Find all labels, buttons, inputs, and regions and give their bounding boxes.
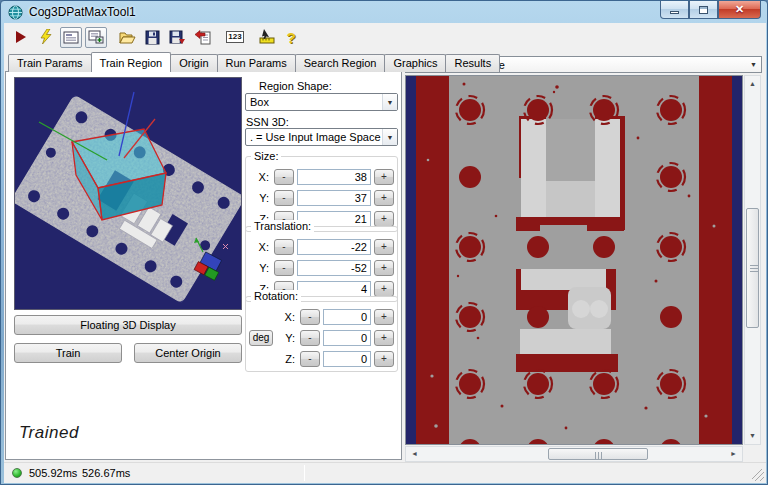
rotation-x-row: X: - 0 + bbox=[249, 306, 394, 327]
region-shape-label: Region Shape: bbox=[259, 80, 332, 92]
region-shape-select[interactable]: Box ▼ bbox=[245, 93, 398, 111]
train-button[interactable]: Train bbox=[14, 343, 122, 363]
scroll-up-icon[interactable]: ▲ bbox=[745, 77, 760, 91]
close-button[interactable]: ✕ bbox=[718, 1, 761, 19]
close-icon: ✕ bbox=[735, 3, 744, 16]
tab-run-params[interactable]: Run Params bbox=[217, 54, 296, 72]
minimize-button[interactable] bbox=[660, 1, 689, 19]
rotation-group-label: Rotation: bbox=[251, 290, 301, 302]
image-display-pane: Current.InputImage ▼ bbox=[403, 54, 766, 462]
3d-viewport[interactable] bbox=[14, 77, 242, 310]
rotation-z-row: Z: - 0 + bbox=[249, 348, 394, 369]
size-x-input[interactable]: 38 bbox=[297, 169, 371, 185]
display-panel-icon[interactable] bbox=[60, 27, 82, 48]
size-x-increment-button[interactable]: + bbox=[374, 169, 394, 185]
toolbar: 123 ? bbox=[4, 23, 766, 51]
horizontal-scroll-thumb[interactable] bbox=[548, 448, 648, 460]
scroll-left-icon[interactable]: ◄ bbox=[407, 447, 422, 461]
tab-search-region[interactable]: Search Region bbox=[295, 54, 386, 72]
translation-y-input[interactable]: -52 bbox=[297, 260, 371, 276]
tab-origin[interactable]: Origin bbox=[170, 54, 217, 72]
size-y-decrement-button[interactable]: - bbox=[274, 190, 294, 206]
tab-train-params[interactable]: Train Params bbox=[8, 54, 92, 72]
add-display-panel-icon[interactable] bbox=[85, 27, 107, 48]
rotation-y-row: deg Y: - 0 + bbox=[249, 327, 394, 348]
translation-x-decrement-button[interactable]: - bbox=[274, 239, 294, 255]
app-icon bbox=[8, 5, 23, 20]
tab-results[interactable]: Results bbox=[445, 54, 500, 72]
open-folder-icon[interactable] bbox=[116, 27, 138, 48]
rotation-z-decrement-button[interactable]: - bbox=[300, 351, 320, 367]
run-icon[interactable] bbox=[10, 27, 32, 48]
input-image-display[interactable] bbox=[405, 75, 743, 445]
rotation-y-decrement-button[interactable]: - bbox=[300, 330, 320, 346]
translation-y-decrement-button[interactable]: - bbox=[274, 260, 294, 276]
window-title: Cog3DPatMaxTool1 bbox=[29, 5, 136, 19]
title-bar[interactable]: Cog3DPatMaxTool1 ✕ bbox=[1, 1, 767, 23]
numeric-123-icon[interactable]: 123 bbox=[224, 27, 246, 48]
deg-units-button[interactable]: deg bbox=[249, 330, 273, 346]
rotation-x-input[interactable]: 0 bbox=[323, 309, 371, 325]
statusbar-separator bbox=[304, 465, 305, 481]
client-area: 123 ? Train Params Train Region Origin R… bbox=[4, 23, 766, 483]
trained-status-text: Trained bbox=[19, 423, 79, 443]
save-icon[interactable] bbox=[141, 27, 163, 48]
ssn3d-select[interactable]: . = Use Input Image Space ▼ bbox=[245, 128, 398, 146]
translation-x-increment-button[interactable]: + bbox=[374, 239, 394, 255]
tab-strip: Train Params Train Region Origin Run Par… bbox=[8, 54, 499, 72]
tab-train-region[interactable]: Train Region bbox=[91, 52, 172, 72]
help-icon[interactable]: ? bbox=[280, 27, 302, 48]
lightning-icon[interactable] bbox=[35, 27, 57, 48]
document-arrow-icon[interactable] bbox=[191, 27, 213, 48]
translation-z-increment-button[interactable]: + bbox=[374, 281, 394, 297]
translation-group-label: Translation: bbox=[251, 220, 314, 232]
rotation-x-increment-button[interactable]: + bbox=[374, 309, 394, 325]
rotation-z-input[interactable]: 0 bbox=[323, 351, 371, 367]
rotation-y-input[interactable]: 0 bbox=[323, 330, 371, 346]
translation-y-row: Y: - -52 + bbox=[249, 257, 394, 278]
translation-x-input[interactable]: -22 bbox=[297, 239, 371, 255]
rotation-y-increment-button[interactable]: + bbox=[374, 330, 394, 346]
floating-3d-display-button[interactable]: Floating 3D Display bbox=[14, 315, 242, 335]
vertical-scrollbar[interactable]: ▲ ▼ bbox=[744, 75, 761, 445]
size-group-label: Size: bbox=[251, 150, 281, 162]
status-led-icon bbox=[12, 468, 22, 478]
size-y-row: Y: - 37 + bbox=[249, 187, 394, 208]
total-time-value: 526.67ms bbox=[82, 467, 130, 479]
minimize-icon bbox=[670, 11, 679, 14]
vertical-scroll-thumb[interactable] bbox=[746, 208, 759, 328]
ssn3d-value: . = Use Input Image Space bbox=[250, 131, 381, 143]
chevron-down-icon: ▼ bbox=[750, 61, 757, 68]
region-shape-value: Box bbox=[250, 96, 269, 108]
rotation-x-decrement-button[interactable]: - bbox=[300, 309, 320, 325]
size-y-increment-button[interactable]: + bbox=[374, 190, 394, 206]
save-arrow-icon[interactable] bbox=[166, 27, 188, 48]
tab-graphics[interactable]: Graphics bbox=[384, 54, 446, 72]
size-x-label: X: bbox=[249, 171, 274, 183]
thumb-grip bbox=[598, 452, 599, 460]
maximize-icon bbox=[699, 6, 708, 14]
rotation-x-label: X: bbox=[275, 311, 300, 323]
size-y-input[interactable]: 37 bbox=[297, 190, 371, 206]
ruler-pointer-icon[interactable] bbox=[255, 27, 277, 48]
app-window: Cog3DPatMaxTool1 ✕ bbox=[0, 0, 768, 485]
rotation-z-label: Z: bbox=[275, 353, 300, 365]
resize-grip[interactable] bbox=[752, 469, 764, 481]
horizontal-scrollbar[interactable]: ◄ ► bbox=[405, 446, 743, 462]
upper-part bbox=[516, 116, 625, 231]
maximize-button[interactable] bbox=[689, 1, 718, 19]
thumb-grip bbox=[750, 268, 758, 269]
size-z-increment-button[interactable]: + bbox=[374, 211, 394, 227]
rotation-group: Rotation: X: - 0 + deg Y: - 0 + Z bbox=[245, 296, 398, 372]
status-bar: 505.92ms 526.67ms bbox=[4, 462, 766, 483]
translation-y-increment-button[interactable]: + bbox=[374, 260, 394, 276]
size-y-label: Y: bbox=[249, 192, 274, 204]
ssn3d-label: SSN 3D: bbox=[246, 116, 289, 128]
center-origin-button[interactable]: Center Origin bbox=[134, 343, 242, 363]
translation-z-input[interactable]: 4 bbox=[297, 281, 371, 297]
scroll-right-icon[interactable]: ► bbox=[726, 447, 741, 461]
translation-x-row: X: - -22 + bbox=[249, 236, 394, 257]
rotation-z-increment-button[interactable]: + bbox=[374, 351, 394, 367]
size-x-decrement-button[interactable]: - bbox=[274, 169, 294, 185]
scroll-down-icon[interactable]: ▼ bbox=[745, 429, 760, 443]
